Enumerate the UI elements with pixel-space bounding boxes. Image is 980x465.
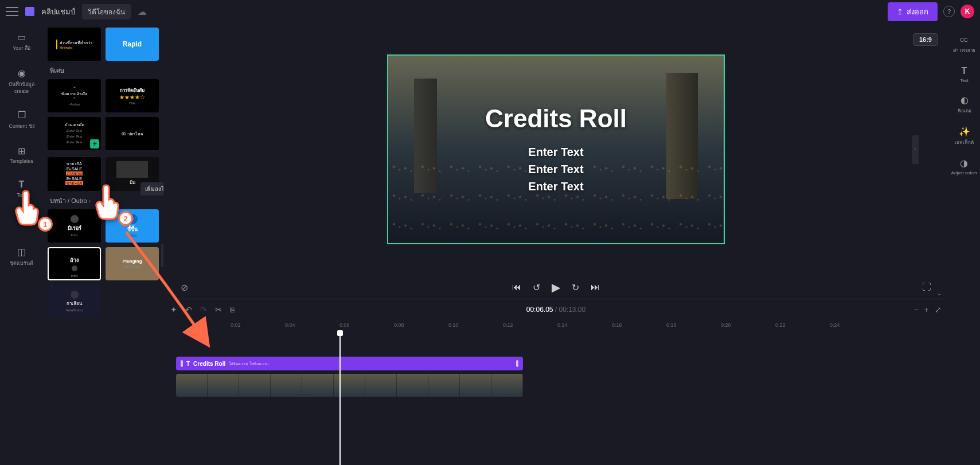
undo-icon[interactable]: ↶: [185, 305, 192, 314]
skip-start-icon[interactable]: ⏮: [512, 282, 521, 292]
ruler-tick: 0:24: [830, 322, 840, 328]
tpl-text: Plunging: [122, 259, 142, 264]
split-icon[interactable]: ✂: [215, 305, 222, 314]
template-plunging[interactable]: Plunging Intro/Outro: [106, 247, 159, 280]
ruler-tick: 0:14: [557, 322, 568, 328]
section-special: พิเศษ: [50, 65, 159, 76]
template-clear-intro[interactable]: ล้าง Intro: [48, 247, 101, 280]
stars-icon: ★★★★☆: [119, 94, 145, 100]
template-mirror-intro[interactable]: มิเรอร์ Intro: [48, 209, 101, 243]
tpl-text: ขาย •SA: [67, 162, 82, 166]
template-earth[interactable]: กาเลือน Intro/Outro: [48, 285, 101, 318]
tpl-text: การขาย: [66, 171, 83, 175]
clip-handle-right[interactable]: [516, 360, 518, 367]
clip-handle-left[interactable]: [181, 360, 183, 367]
zoom-out-icon[interactable]: −: [914, 305, 919, 314]
tpl-text: การจัดอันดับ: [120, 87, 145, 94]
timeline-tracks[interactable]: T Credits Roll ใส่ข้อความ ใส่ข้อความ: [175, 333, 948, 465]
nav-brandkit[interactable]: ◫ ชุดแบรนด์: [7, 244, 36, 269]
help-icon[interactable]: ?: [943, 6, 955, 17]
nav-label: บันทึกข้อมูล create: [2, 80, 41, 94]
left-sidebar: ▭ Your สื่อ ◉ บันทึกข้อมูล create ❐ Cont…: [0, 23, 43, 465]
prop-text[interactable]: T Text: [960, 66, 969, 83]
user-avatar[interactable]: K: [961, 5, 974, 18]
cloud-off-icon[interactable]: ☁︎: [138, 6, 147, 17]
tpl-text: Enter Text: [67, 140, 82, 145]
add-to-timeline-button[interactable]: +: [90, 139, 99, 149]
template-ranking[interactable]: การจัดอันดับ ★★★★☆ Title: [106, 79, 159, 112]
prop-effects[interactable]: ✨ เอฟเฟ็กต์: [955, 126, 974, 146]
template-point-intro[interactable]: ✦ ชี้ขึ้น Intro: [106, 209, 159, 243]
prop-captions[interactable]: ㏄ คำ บรรยาย: [953, 33, 975, 54]
skip-end-icon[interactable]: ⏭: [591, 282, 600, 292]
tpl-text: E• SALE: [67, 167, 82, 171]
prop-adjust-colors[interactable]: ◑ Adjust colors: [951, 158, 978, 175]
nav-record[interactable]: ◉ บันทึกข้อมูล create: [0, 65, 43, 96]
tpl-text: ข้อความอ้างอิง: [61, 91, 87, 97]
fullscreen-icon[interactable]: ⛶: [922, 282, 931, 292]
templates-icon: ⊞: [16, 145, 28, 157]
template-fish[interactable]: 01 :ปลาไหล: [106, 117, 159, 150]
fit-icon[interactable]: ⤢: [935, 305, 942, 314]
magic-icon[interactable]: ✦: [170, 305, 177, 314]
tpl-text: Title: [129, 101, 135, 105]
video-clip[interactable]: [176, 374, 523, 397]
nav-label: Text: [17, 192, 26, 198]
forward-icon[interactable]: ↻: [572, 282, 579, 293]
timeline-collapse-icon[interactable]: ⌄: [937, 290, 942, 296]
nav-label: Content ชง: [9, 122, 34, 130]
template-quote[interactable]: ❝ ข้อความอ้างอิง ❞ - Author: [48, 79, 101, 112]
add-tooltip: เพิ่มลงในไทม์ไลน์: [140, 182, 163, 196]
playhead[interactable]: [339, 333, 341, 465]
tpl-text: Minimalist: [60, 46, 92, 49]
video-canvas[interactable]: Credits Roll Enter Text Enter Text Enter…: [387, 54, 725, 244]
nav-label: ชุดแบรนด์: [10, 259, 33, 267]
redo-icon[interactable]: ↷: [200, 305, 207, 314]
timeline-ruler[interactable]: 0:02 0:04 0:06 0:08 0:10 0:12 0:14 0:16 …: [175, 320, 948, 333]
zoom-in-icon[interactable]: +: [924, 305, 929, 314]
tpl-text: Intro: [71, 233, 77, 237]
nav-templates[interactable]: ⊞ Templates: [7, 143, 36, 166]
export-label: ส่งออก: [907, 6, 928, 18]
prop-label: Text: [960, 78, 969, 83]
rewind-icon[interactable]: ↺: [533, 282, 540, 293]
prop-label: Adjust colors: [951, 170, 978, 175]
tpl-text: Intro: [128, 233, 137, 237]
aspect-ratio-badge[interactable]: 16:9: [913, 33, 938, 46]
template-sale[interactable]: ขาย •SA E• SALE การขาย E• SALE ขาย •SA: [48, 157, 101, 190]
upload-icon: ↥: [897, 7, 903, 16]
adjust-colors-icon: ◑: [960, 158, 968, 169]
templates-panel: ส่วนที่สามที่ต่ำกว่า Minimalist Rapid พิ…: [43, 23, 163, 465]
canvas-body-text[interactable]: Enter Text: [528, 161, 583, 178]
tpl-text: Intro/Outro: [66, 308, 83, 312]
nav-your-media[interactable]: ▭ Your สื่อ: [10, 29, 33, 54]
timeline: ⌄ ✦ ↶ ↷ ✂ ⎘ 00:06.05 / 00:13.00 − + ⤢ 0:…: [163, 299, 948, 465]
text-clip[interactable]: T Credits Roll ใส่ข้อความ ใส่ข้อความ: [176, 357, 523, 370]
media-icon: ▭: [16, 31, 28, 42]
expand-properties-handle[interactable]: ‹: [912, 135, 919, 164]
canvas-body-text[interactable]: Enter Text: [528, 178, 583, 195]
template-credits-roll[interactable]: ม้วนเครดิต Enter Text Enter Text Enter T…: [48, 117, 101, 150]
prop-label: ฟิลเตอ: [958, 107, 971, 115]
tpl-text: Rapid: [123, 40, 142, 48]
template-minimalist-lower-third[interactable]: ส่วนที่สามที่ต่ำกว่า Minimalist: [48, 28, 101, 61]
tpl-text: ขาย •SA: [65, 181, 83, 185]
prop-filters[interactable]: ◐ ฟิลเตอ: [958, 95, 971, 115]
export-button[interactable]: ↥ ส่งออก: [888, 2, 938, 21]
nav-content[interactable]: ❐ Content ชง: [6, 107, 36, 132]
stage: 16:9 Credits Roll Enter Text Enter Text …: [163, 23, 948, 465]
duplicate-icon[interactable]: ⎘: [230, 305, 235, 314]
disable-preview-icon[interactable]: ⊘: [181, 282, 188, 293]
nav-text[interactable]: T Text: [14, 177, 30, 200]
canvas-body-text[interactable]: Enter Text: [528, 143, 583, 161]
menu-icon[interactable]: [6, 7, 18, 16]
canvas-title-text[interactable]: Credits Roll: [485, 104, 627, 133]
timeline-time: 00:06.05 / 00:13.00: [526, 306, 585, 314]
section-intro: บทนำ / Outro ›: [50, 196, 159, 206]
my-videos-tab[interactable]: วิดีโอของฉัน: [82, 4, 131, 19]
template-rapid[interactable]: Rapid: [106, 28, 159, 61]
text-icon: T: [16, 179, 28, 190]
ruler-tick: 0:18: [666, 322, 677, 328]
duration: 00:13.00: [559, 306, 586, 314]
play-icon[interactable]: ▶: [552, 280, 560, 294]
